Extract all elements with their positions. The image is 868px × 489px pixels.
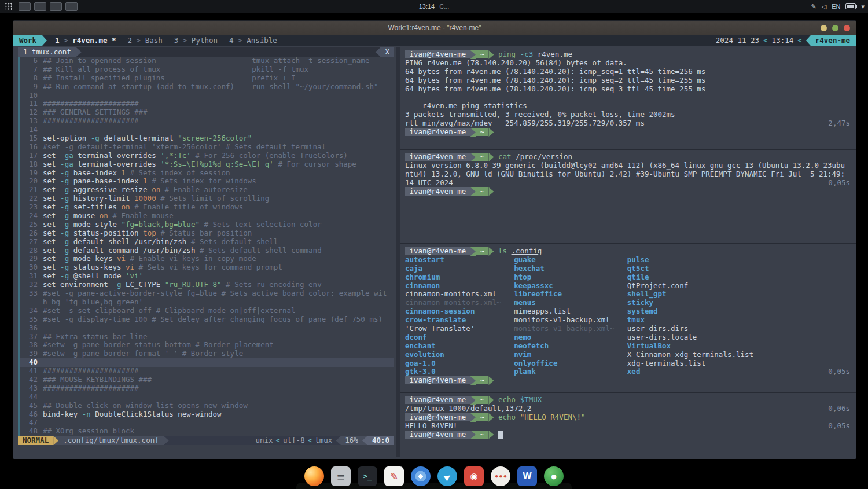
vim-tab-active[interactable]: 1 tmux.conf [18, 47, 76, 57]
tmux-status-bar: Work 1 > r4ven.me *2 > Bash3 > Python4 >… [13, 35, 856, 46]
vim-mode-indicator: NORMAL [18, 436, 53, 445]
tmux-pane[interactable]: ivan@r4ven-me ~ echo $TMUX/tmp/tmux-1000… [400, 393, 856, 457]
desktop: 13:14 C... ✎ ◁ EN ▾ Work:1:r4ven.me - "r… [0, 0, 868, 489]
powerline-arrow-icon [806, 35, 811, 46]
writer-icon[interactable]: ✎ [384, 466, 404, 486]
telegram-icon[interactable]: ▶ [437, 466, 457, 486]
terminal-line: ivan@r4ven-me ~ echo $TMUX [405, 396, 852, 405]
editor-line: 14 [20, 126, 394, 134]
terminal-line: ivan@r4ven-me ~ [405, 187, 852, 196]
editor-line: 15set-option -g default-terminal "screen… [20, 134, 394, 143]
taskbar: 13:14 C... ✎ ◁ EN ▾ [0, 0, 868, 13]
tmux-window-tab[interactable]: 4 > Ansible [225, 35, 284, 46]
firefox-icon[interactable] [304, 466, 324, 486]
editor-line: 37## Extra status bar line [20, 333, 394, 341]
terminal-line: 64 bytes from r4ven.me (78.140.240.20): … [405, 85, 852, 94]
text-cursor [498, 431, 503, 439]
minimize-button[interactable] [821, 25, 827, 31]
chromium-icon[interactable] [411, 466, 431, 486]
terminal-icon[interactable]: >_ [358, 466, 377, 486]
terminal-line: ivan@r4ven-me ~ ls .config [405, 247, 852, 256]
editor-line: 40 [20, 358, 394, 367]
tmux-window-tab[interactable]: 2 > Bash [123, 35, 170, 46]
tmux-hostname: r4ven-me [811, 35, 856, 46]
vim-statusline: NORMAL .config/tmux/tmux.conf unix<utf-8… [18, 436, 394, 445]
terminal-line: ivan@r4ven-me ~ [405, 431, 852, 439]
terminal-line: 14 UTC 20240,05s [405, 179, 852, 187]
command-duration: 0,05s [828, 179, 850, 187]
screen-recorder-icon[interactable]: ◉ [464, 466, 484, 486]
text-editor-icon[interactable]: ≡ [331, 466, 351, 486]
editor-line: 44 [20, 393, 394, 402]
editor-line: 7## Kill all process of tmux pkill -f tm… [20, 65, 394, 74]
dock: ≡>_✎▶◉•••W● [296, 466, 572, 489]
editor-buffer[interactable]: 6## Join to openned session tmux attach … [18, 57, 394, 436]
open-window-button[interactable] [19, 2, 31, 11]
terminal-line: caja hexchat qt5ct [405, 264, 852, 273]
editor-line: 30set -g status-keys vi # Sets vi keys f… [20, 263, 394, 272]
vim-tabline: 1 tmux.conf X [18, 47, 394, 57]
editor-line: 46bind-key -n DoubleClick1Status new-win… [20, 410, 394, 419]
system-tray: ✎ ◁ EN ▾ [811, 3, 865, 10]
terminal-line: evolution nvim X-Cinnamon-xdg-terminals.… [405, 351, 852, 359]
editor-line: 22set -g history-limit 10000 # Sets limi… [20, 194, 394, 203]
terminal-line: dconf nemo user-dirs.locale [405, 333, 852, 342]
terminal-line: cinnamon-session mimeapps.list systemd [405, 307, 852, 316]
terminal-line: PING r4ven.me (78.140.240.20) 56(84) byt… [405, 59, 852, 68]
vim-file-info: unix<utf-8<tmux [252, 436, 336, 445]
tray-caret-icon[interactable]: ▾ [861, 3, 865, 10]
app-menu-icon[interactable] [5, 2, 13, 10]
clock-time: 13:14 [419, 3, 435, 10]
powerline-arrow-icon [76, 47, 82, 57]
open-window-button[interactable] [65, 2, 78, 11]
tmux-session-name: Work [13, 35, 42, 46]
close-button[interactable] [844, 25, 850, 31]
powerline-arrow-icon [362, 436, 367, 445]
editor-line: 25set -g mode-style "fg=black,bg=blue" #… [20, 220, 394, 229]
edit-icon[interactable]: ✎ [811, 3, 816, 10]
editor-line: 47 [20, 418, 394, 427]
editor-line: 13###################### [20, 117, 394, 126]
window-controls [821, 25, 850, 31]
editor-line: 31set -g @shell_mode 'vi' [20, 272, 394, 281]
window-titlebar[interactable]: Work:1:r4ven.me - "r4ven-me" [13, 21, 856, 35]
powerline-arrow-icon [375, 47, 380, 57]
powerline-arrow-icon [336, 436, 341, 445]
vim-pane[interactable]: 1 tmux.conf X 6## Join to openned sessio… [18, 47, 394, 457]
terminal-line: 64 bytes from r4ven.me (78.140.240.20): … [405, 68, 852, 76]
shell-panes-column: ivan@r4ven-me ~ ping -c3 r4ven.mePING r4… [400, 47, 856, 457]
open-window-button[interactable] [50, 2, 62, 11]
volume-icon[interactable]: ◁ [822, 3, 826, 10]
tmux-pane[interactable]: ivan@r4ven-me ~ ls .configautostart guak… [400, 244, 856, 393]
vim-tab-close-button[interactable]: X [380, 47, 394, 57]
editor-line: 45## Double click on window list opens n… [20, 402, 394, 410]
terminal-line: autostart guake pulse [405, 256, 852, 264]
open-window-button[interactable] [34, 2, 46, 11]
terminal-line: cinnamon-monitors.xml libreoffice shell_… [405, 290, 852, 299]
pane-divider[interactable] [396, 47, 400, 457]
keyboard-layout[interactable]: EN [832, 3, 840, 10]
command-duration: 2,47s [828, 119, 850, 128]
terminal-line: 64 bytes from r4ven.me (78.140.240.20): … [405, 76, 852, 85]
terminal-line: gtk-3.0 plank xed0,05s [405, 367, 852, 376]
green-app-icon[interactable]: ● [544, 466, 564, 486]
powerline-arrow-icon [164, 436, 169, 445]
clock[interactable]: 13:14 C... [419, 3, 450, 10]
terminal-line: ivan@r4ven-me ~ echo "HELLO R4VEN\!" [405, 413, 852, 422]
word-icon[interactable]: W [517, 466, 537, 486]
tmux-window-tab[interactable]: 1 > r4ven.me * [50, 35, 123, 46]
media-icon[interactable]: ••• [491, 466, 510, 486]
tmux-status-right: 2024-11-23 < 13:14 < r4ven-me [716, 35, 856, 46]
editor-line: 26set -g status-position top # Status ba… [20, 229, 394, 238]
battery-icon[interactable] [845, 3, 856, 9]
window-title: Work:1:r4ven.me - "r4ven-me" [388, 24, 481, 32]
maximize-button[interactable] [832, 25, 838, 31]
terminal-line: rtt min/avg/max/mdev = 254.859/255.319/2… [405, 119, 852, 128]
tmux-pane[interactable]: ivan@r4ven-me ~ cat /proc/versionLinux v… [400, 150, 856, 244]
tmux-pane[interactable]: ivan@r4ven-me ~ ping -c3 r4ven.mePING r4… [400, 47, 856, 150]
vim-file-path: .config/tmux/tmux.conf [58, 436, 164, 445]
editor-line: 36 [20, 324, 394, 333]
clock-suffix: C... [439, 3, 449, 10]
tmux-window-tab[interactable]: 3 > Python [170, 35, 225, 46]
terminal-content: Work 1 > r4ven.me *2 > Bash3 > Python4 >… [13, 35, 856, 459]
